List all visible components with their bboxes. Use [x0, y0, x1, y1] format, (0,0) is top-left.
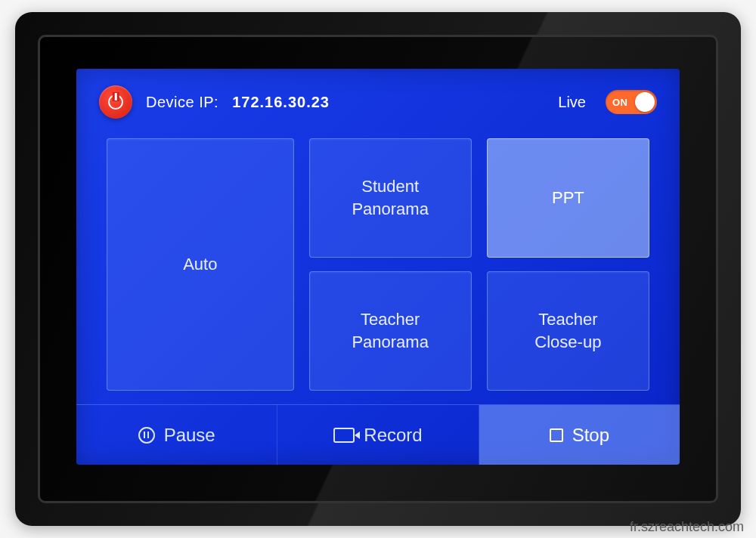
pause-label: Pause	[164, 425, 215, 446]
mode-label: Auto	[183, 253, 217, 276]
stop-label: Stop	[572, 425, 609, 446]
stop-icon	[550, 428, 563, 442]
toggle-knob	[635, 92, 655, 112]
mode-student-panorama-button[interactable]: Student Panorama	[309, 138, 472, 258]
record-label: Record	[364, 425, 422, 446]
power-button[interactable]	[99, 85, 132, 119]
watermark-text: fr.szreachtech.com	[630, 519, 744, 535]
device-ip-label: Device IP:	[146, 94, 218, 111]
mode-grid: Auto Student Panorama PPT Teacher Panora…	[76, 132, 680, 404]
device-bezel: Device IP: 172.16.30.23 Live ON Auto Stu…	[38, 35, 718, 503]
record-icon	[333, 428, 355, 443]
mode-label: Teacher Close-up	[534, 308, 601, 353]
record-button[interactable]: Record	[277, 405, 479, 465]
live-toggle[interactable]: ON	[606, 90, 657, 114]
pause-icon	[138, 427, 155, 444]
mode-teacher-closeup-button[interactable]: Teacher Close-up	[487, 271, 649, 391]
footer-bar: Pause Record Stop	[76, 404, 680, 465]
mode-label: Student Panorama	[352, 175, 429, 220]
device-frame: Device IP: 172.16.30.23 Live ON Auto Stu…	[15, 12, 741, 526]
header-bar: Device IP: 172.16.30.23 Live ON	[76, 69, 680, 132]
pause-button[interactable]: Pause	[76, 405, 277, 465]
mode-teacher-panorama-button[interactable]: Teacher Panorama	[309, 271, 472, 391]
mode-ppt-button[interactable]: PPT	[487, 138, 649, 258]
device-ip-value: 172.16.30.23	[232, 94, 330, 111]
stop-button[interactable]: Stop	[479, 405, 680, 465]
touchscreen: Device IP: 172.16.30.23 Live ON Auto Stu…	[76, 69, 680, 465]
power-icon	[108, 94, 123, 110]
mode-label: Teacher Panorama	[352, 308, 429, 353]
live-label: Live	[558, 94, 586, 111]
toggle-state-label: ON	[612, 97, 628, 108]
mode-label: PPT	[552, 187, 584, 209]
mode-auto-button[interactable]: Auto	[107, 138, 294, 391]
